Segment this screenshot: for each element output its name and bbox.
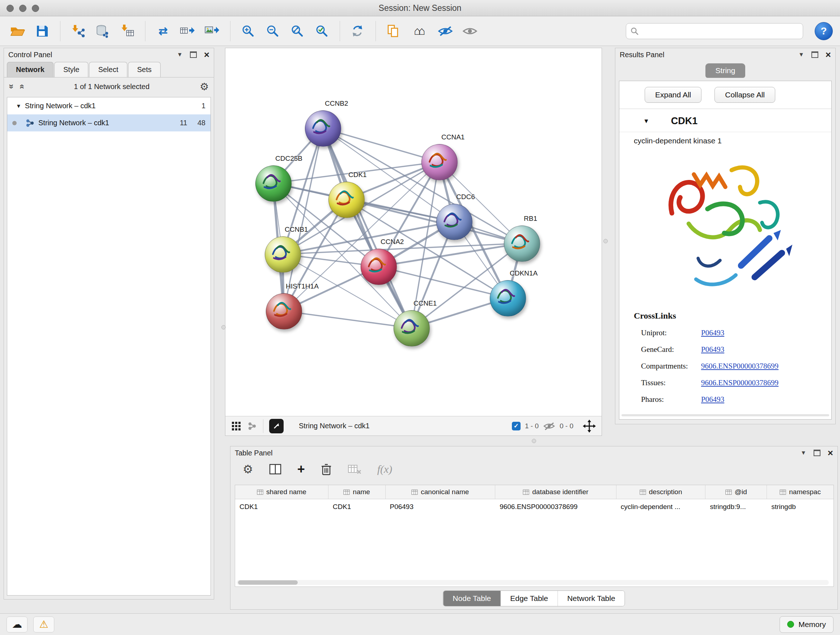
network-edge[interactable]: [378, 266, 508, 298]
tab-select[interactable]: Select: [89, 62, 127, 77]
tab-network[interactable]: Network: [7, 62, 54, 77]
cloud-status-button[interactable]: ☁: [6, 616, 27, 632]
float-panel-icon[interactable]: [812, 51, 818, 58]
column-header[interactable]: name: [328, 485, 386, 499]
column-header[interactable]: canonical name: [386, 485, 496, 499]
tab-edge-table[interactable]: Edge Table: [501, 591, 558, 606]
export-table-button[interactable]: [177, 20, 198, 42]
table-cell[interactable]: CDK1: [328, 499, 386, 515]
open-session-button[interactable]: [7, 20, 28, 42]
column-header[interactable]: shared name: [235, 485, 328, 499]
network-node-CDK1[interactable]: [328, 182, 365, 218]
table-cell[interactable]: P06493: [386, 499, 496, 515]
table-cell[interactable]: stringdb:9...: [706, 499, 767, 515]
close-panel-icon[interactable]: ×: [204, 50, 210, 59]
expand-all-icon[interactable]: »: [16, 84, 27, 89]
float-panel-icon[interactable]: [813, 450, 821, 456]
table-cell[interactable]: cyclin-dependent ...: [616, 499, 706, 515]
scrollbar-thumb[interactable]: [238, 580, 298, 585]
crosslink-link[interactable]: 9606.ENSP00000378699: [701, 378, 778, 387]
network-edge[interactable]: [284, 311, 411, 328]
table-cell[interactable]: stringdb: [767, 499, 834, 515]
column-header[interactable]: database identifier: [495, 485, 616, 499]
import-network-file-button[interactable]: [68, 20, 88, 42]
float-panel-icon[interactable]: [190, 51, 197, 58]
network-edge[interactable]: [323, 128, 411, 328]
tab-style[interactable]: Style: [54, 62, 88, 77]
crosslink-link[interactable]: P06493: [701, 328, 724, 337]
show-all-button[interactable]: [459, 20, 480, 42]
import-network-database-button[interactable]: [92, 20, 113, 42]
splitter-handle[interactable]: [221, 325, 226, 329]
home-icon[interactable]: ⌂⌂: [408, 20, 431, 42]
export-image-button[interactable]: [202, 20, 223, 42]
network-options-gear-icon[interactable]: ⚙: [200, 81, 209, 93]
network-node-RB1[interactable]: [504, 226, 540, 262]
tab-node-table[interactable]: Node Table: [443, 591, 501, 606]
minimize-window-button[interactable]: [19, 5, 27, 12]
help-button[interactable]: ?: [815, 22, 833, 40]
table-options-gear-icon[interactable]: ⚙: [243, 462, 253, 476]
tab-sets[interactable]: Sets: [128, 62, 161, 77]
column-header[interactable]: namespac: [767, 485, 834, 499]
crosslink-link[interactable]: 9606.ENSP00000378699: [701, 362, 778, 371]
protein-section-header[interactable]: ▼ CDK1: [619, 109, 831, 132]
panel-menu-icon[interactable]: ▼: [798, 51, 804, 58]
zoom-fit-button[interactable]: [287, 20, 308, 42]
network-node-CCNA2[interactable]: [361, 249, 397, 285]
column-header[interactable]: description: [616, 485, 706, 499]
save-session-button[interactable]: [32, 20, 53, 42]
network-node-CCNB1[interactable]: [265, 236, 301, 272]
network-node-CDKN1A[interactable]: [490, 280, 526, 317]
hide-selected-button[interactable]: [435, 20, 456, 42]
zoom-selected-button[interactable]: [311, 20, 332, 42]
import-table-button[interactable]: [117, 20, 138, 42]
table-cell[interactable]: 9606.ENSP00000378699: [495, 499, 616, 515]
grid-view-icon[interactable]: [231, 421, 241, 431]
table-row[interactable]: CDK1 CDK1 P06493 9606.ENSP00000378699 cy…: [235, 499, 834, 515]
search-input[interactable]: [641, 27, 798, 35]
refresh-layout-button[interactable]: [347, 20, 368, 42]
clone-network-button[interactable]: ⇄: [153, 20, 174, 42]
collapse-all-button[interactable]: Collapse All: [714, 87, 775, 103]
network-canvas[interactable]: CCNB2CCNA1CDC25BCDK1CDC6RB1CCNB1CCNA2CDK…: [225, 48, 602, 416]
network-list-icon[interactable]: [247, 421, 257, 431]
memory-button[interactable]: Memory: [780, 616, 834, 633]
splitter-handle[interactable]: [603, 239, 608, 243]
close-panel-icon[interactable]: ×: [826, 50, 831, 59]
zoom-out-button[interactable]: [262, 20, 283, 42]
selected-checkbox-icon[interactable]: ✓: [512, 422, 521, 431]
network-collection-row[interactable]: ▼ String Network – cdk1 1: [7, 97, 210, 114]
column-header[interactable]: @id: [706, 485, 767, 499]
network-row[interactable]: String Network – cdk1 11 48: [7, 114, 210, 131]
copy-document-button[interactable]: [383, 20, 404, 42]
pan-crosshair-icon[interactable]: [583, 420, 596, 432]
network-node-CCNB2[interactable]: [305, 111, 341, 147]
zoom-in-button[interactable]: [238, 20, 259, 42]
maximize-window-button[interactable]: [32, 5, 39, 12]
show-columns-icon[interactable]: [269, 464, 281, 475]
network-node-CCNA1[interactable]: [422, 144, 458, 180]
crosslink-link[interactable]: P06493: [701, 395, 724, 404]
panel-menu-icon[interactable]: ▼: [801, 450, 806, 456]
network-node-CDC6[interactable]: [436, 204, 472, 240]
network-node-CDC25B[interactable]: [256, 165, 292, 202]
warnings-button[interactable]: ⚠: [33, 616, 54, 632]
collapse-all-icon[interactable]: »: [6, 84, 17, 89]
network-node-HIST1H1A[interactable]: [266, 293, 302, 329]
add-column-icon[interactable]: +: [297, 463, 305, 476]
expand-all-button[interactable]: Expand All: [645, 87, 701, 103]
birds-eye-toggle[interactable]: [269, 419, 284, 433]
splitter-handle[interactable]: [532, 439, 536, 443]
crosslink-link[interactable]: P06493: [701, 345, 724, 354]
panel-menu-icon[interactable]: ▼: [177, 51, 183, 58]
tab-network-table[interactable]: Network Table: [558, 591, 625, 606]
close-window-button[interactable]: [6, 5, 14, 12]
string-tab-badge[interactable]: String: [706, 63, 745, 78]
results-scrollbar[interactable]: [622, 414, 829, 416]
delete-column-trash-icon[interactable]: [321, 463, 332, 475]
tree-expand-icon[interactable]: ▼: [16, 103, 21, 109]
close-panel-icon[interactable]: ×: [828, 448, 833, 458]
section-collapse-icon[interactable]: ▼: [643, 118, 649, 125]
network-node-CCNE1[interactable]: [393, 310, 430, 347]
